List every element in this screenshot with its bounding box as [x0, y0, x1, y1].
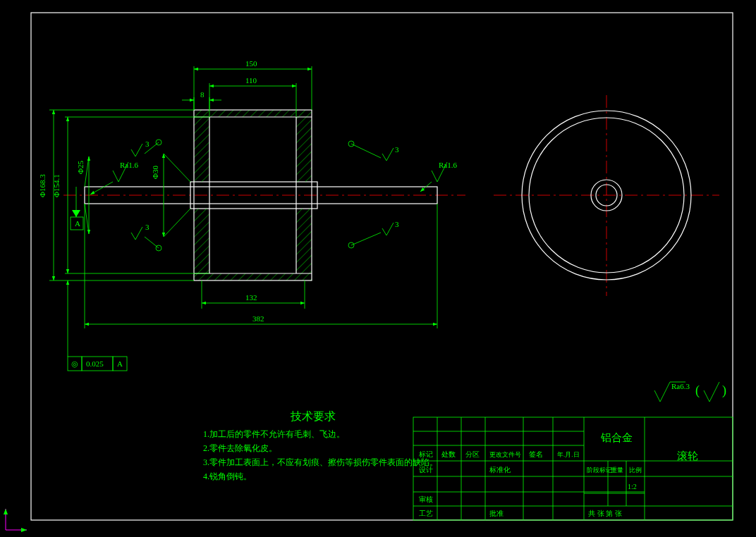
svg-text:Φ168.3: Φ168.3: [38, 174, 47, 197]
svg-rect-6: [194, 117, 209, 182]
datum-A: A: [71, 187, 83, 230]
drawing-frame: [31, 13, 733, 520]
cad-drawing: 150 110 8 132 382 Φ168.3 Φ154.1: [0, 0, 756, 537]
svg-text:滚轮: 滚轮: [677, 450, 698, 462]
svg-text:设计: 设计: [419, 466, 433, 474]
tech-notes: 技术要求 1.加工后的零件不允许有毛刺、飞边。 2.零件去除氧化皮。 3.零件加…: [203, 410, 438, 481]
dim-382: 382: [85, 204, 437, 328]
svg-text:1.加工后的零件不允许有毛刺、飞边。: 1.加工后的零件不允许有毛刺、飞边。: [203, 429, 345, 439]
svg-text:审核: 审核: [419, 495, 433, 503]
svg-text:Ra1.6: Ra1.6: [439, 161, 457, 169]
gdt-concentricity: ◎ 0.025 A: [68, 280, 127, 371]
leader-3b: 3: [131, 223, 161, 251]
svg-rect-7: [194, 209, 209, 273]
svg-text:(: (: [695, 383, 700, 398]
svg-text:0.025: 0.025: [86, 359, 104, 368]
dim-8: 8: [182, 90, 221, 110]
svg-text:A: A: [117, 359, 123, 368]
dim-132: 132: [202, 280, 305, 309]
svg-text:年.月.日: 年.月.日: [557, 451, 580, 458]
svg-text:铝合金: 铝合金: [600, 432, 633, 443]
svg-text:132: 132: [245, 293, 257, 302]
svg-line-47: [85, 204, 89, 234]
surf-ra16-1: Ra1.6: [90, 161, 138, 195]
svg-text:110: 110: [245, 76, 257, 85]
svg-text:4.锐角倒钝。: 4.锐角倒钝。: [203, 471, 252, 481]
svg-line-51: [164, 209, 190, 237]
svg-text:3.零件加工表面上，不应有划痕、擦伤等损伤零件表面的缺陷。: 3.零件加工表面上，不应有划痕、擦伤等损伤零件表面的缺陷。: [203, 457, 438, 467]
svg-rect-8: [296, 117, 312, 182]
svg-text:3: 3: [395, 220, 399, 228]
svg-text:更改文件号: 更改文件号: [489, 451, 521, 458]
svg-line-67: [351, 233, 381, 245]
leader-3d: 3: [348, 220, 399, 248]
svg-text:): ): [722, 383, 726, 398]
svg-text:比例: 比例: [629, 467, 642, 474]
section-view: 150 110 8 132 382 Φ168.3 Φ154.1: [38, 59, 465, 371]
svg-text:阶段标记: 阶段标记: [587, 467, 612, 474]
leader-3c: 3: [348, 141, 399, 161]
svg-text:批准: 批准: [489, 510, 504, 517]
svg-rect-11: [194, 273, 312, 280]
svg-text:◎: ◎: [71, 359, 78, 368]
svg-text:3: 3: [145, 223, 150, 231]
svg-text:Φ154.1: Φ154.1: [52, 174, 61, 197]
svg-text:2.零件去除氧化皮。: 2.零件去除氧化皮。: [203, 443, 277, 453]
svg-line-46: [85, 156, 89, 187]
svg-text:处数: 处数: [441, 450, 456, 458]
dim-150: 150: [194, 59, 312, 110]
svg-text:A: A: [75, 219, 80, 228]
svg-text:技术要求: 技术要求: [290, 410, 336, 422]
leader-3a: 3: [131, 140, 161, 156]
svg-text:重量: 重量: [611, 467, 623, 474]
svg-rect-9: [296, 209, 312, 273]
svg-text:工艺: 工艺: [419, 510, 433, 517]
end-view: [494, 95, 719, 296]
surf-ra16-2: Ra1.6: [420, 161, 457, 192]
svg-line-55: [90, 182, 113, 195]
surf-ra63-global: Ra6.3 ( ): [654, 382, 726, 402]
svg-text:1:2: 1:2: [628, 483, 637, 490]
svg-text:标记: 标记: [418, 450, 433, 458]
svg-text:标准化: 标准化: [489, 466, 511, 474]
svg-text:Ra6.3: Ra6.3: [671, 382, 690, 390]
svg-rect-10: [194, 110, 312, 117]
svg-line-50: [164, 154, 190, 182]
ucs-icon: [6, 509, 27, 530]
svg-text:Φ25: Φ25: [76, 160, 85, 174]
svg-text:3: 3: [145, 140, 150, 148]
svg-text:Φ30: Φ30: [151, 165, 159, 179]
svg-text:共    张  第    张: 共 张 第 张: [588, 510, 622, 517]
svg-text:3: 3: [395, 145, 399, 154]
svg-text:分区: 分区: [465, 450, 480, 458]
svg-text:8: 8: [200, 90, 205, 99]
svg-text:Ra1.6: Ra1.6: [120, 161, 138, 169]
title-block: 标记 处数 分区 更改文件号 签名 年.月.日 设计 标准化 阶段标记 重量 比…: [413, 417, 733, 520]
svg-text:签名: 签名: [529, 450, 543, 458]
svg-text:382: 382: [252, 314, 264, 323]
svg-text:150: 150: [245, 59, 257, 68]
svg-line-64: [351, 144, 381, 158]
